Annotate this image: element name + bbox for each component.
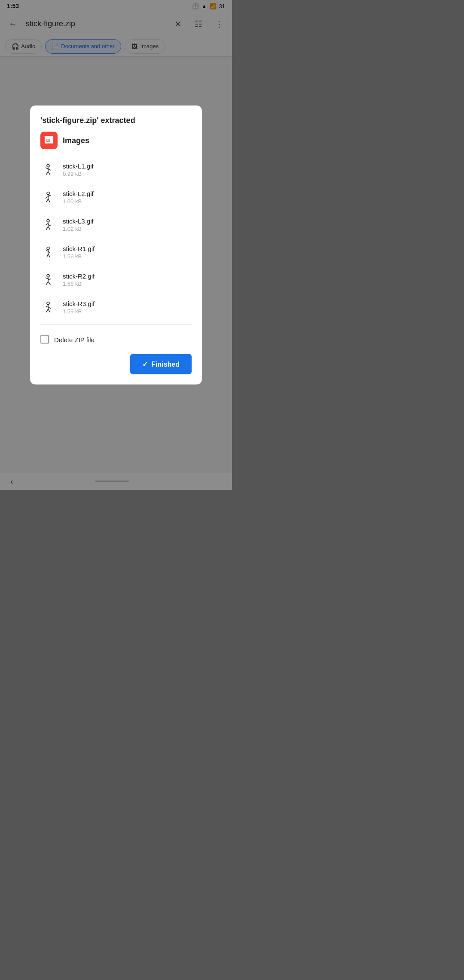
dialog-title: 'stick-figure.zip' extracted	[30, 106, 202, 132]
svg-point-9	[47, 192, 49, 195]
file-size-5: 1.59 kB	[63, 308, 192, 315]
svg-line-36	[48, 307, 51, 309]
svg-line-37	[46, 309, 49, 312]
file-name-0: stick-L1.gif	[63, 162, 192, 170]
svg-line-6	[48, 169, 51, 170]
file-list: stick-L1.gif 0.99 kB stick-L2.gif 1.00 k…	[30, 156, 202, 321]
file-info-4: stick-R2.gif 1.58 kB	[63, 273, 192, 287]
checkmark-icon: ✓	[142, 360, 148, 368]
svg-line-31	[46, 282, 49, 285]
list-item: stick-R1.gif 1.56 kB	[40, 239, 192, 266]
list-item: stick-R2.gif 1.58 kB	[40, 266, 192, 294]
svg-line-11	[46, 196, 48, 199]
delete-zip-checkbox[interactable]	[40, 335, 49, 344]
file-icon-5	[40, 300, 56, 315]
list-item: stick-L1.gif 0.99 kB	[40, 156, 192, 184]
divider	[40, 325, 192, 325]
dialog-buttons: ✓ Finished	[30, 351, 202, 374]
file-size-3: 1.56 kB	[63, 253, 192, 260]
images-folder-icon: 🖼	[40, 132, 58, 149]
file-icon-3	[40, 245, 56, 260]
file-size-1: 1.00 kB	[63, 198, 192, 205]
file-info-3: stick-R1.gif 1.56 kB	[63, 245, 192, 260]
list-item: stick-L2.gif 1.00 kB	[40, 184, 192, 211]
delete-zip-label: Delete ZIP file	[54, 336, 95, 343]
delete-zip-row[interactable]: Delete ZIP file	[30, 328, 202, 351]
svg-line-13	[46, 199, 49, 202]
file-name-5: stick-R3.gif	[63, 300, 192, 307]
svg-line-5	[46, 168, 48, 169]
file-icon-1	[40, 190, 56, 205]
file-icon-4	[40, 272, 56, 288]
file-icon-0	[40, 162, 56, 178]
file-size-0: 0.99 kB	[63, 171, 192, 177]
svg-line-19	[46, 227, 49, 230]
finished-label: Finished	[151, 360, 180, 368]
file-info-5: stick-R3.gif 1.59 kB	[63, 300, 192, 315]
file-info-2: stick-L3.gif 1.02 kB	[63, 217, 192, 232]
svg-line-18	[48, 225, 51, 226]
file-icon-2	[40, 217, 56, 233]
svg-line-26	[48, 254, 50, 257]
svg-point-27	[47, 275, 49, 277]
svg-line-20	[48, 227, 50, 230]
file-info-1: stick-L2.gif 1.00 kB	[63, 190, 192, 205]
svg-point-3	[47, 165, 49, 167]
svg-line-32	[48, 282, 50, 285]
svg-line-38	[48, 309, 50, 312]
extraction-dialog: 'stick-figure.zip' extracted 🖼 Images	[30, 106, 202, 385]
section-label: Images	[63, 136, 89, 145]
svg-point-15	[47, 220, 49, 222]
file-size-2: 1.02 kB	[63, 226, 192, 232]
list-item: stick-R3.gif 1.59 kB	[40, 294, 192, 321]
svg-line-30	[48, 279, 51, 280]
svg-text:🖼: 🖼	[46, 138, 50, 143]
file-size-4: 1.58 kB	[63, 281, 192, 287]
svg-line-17	[46, 224, 48, 226]
file-name-1: stick-L2.gif	[63, 190, 192, 197]
file-name-2: stick-L3.gif	[63, 217, 192, 225]
dialog-section-header: 🖼 Images	[30, 132, 202, 156]
file-name-3: stick-R1.gif	[63, 245, 192, 252]
list-item: stick-L3.gif 1.02 kB	[40, 211, 192, 239]
svg-point-21	[47, 247, 49, 250]
file-name-4: stick-R2.gif	[63, 273, 192, 280]
svg-line-8	[48, 172, 50, 175]
finished-button[interactable]: ✓ Finished	[130, 354, 192, 374]
svg-line-25	[47, 254, 48, 257]
file-info-0: stick-L1.gif 0.99 kB	[63, 162, 192, 177]
svg-line-12	[48, 195, 51, 196]
svg-line-7	[46, 172, 49, 175]
svg-point-33	[47, 302, 49, 305]
svg-line-29	[46, 278, 48, 279]
svg-line-14	[48, 199, 50, 202]
svg-line-35	[46, 306, 48, 307]
